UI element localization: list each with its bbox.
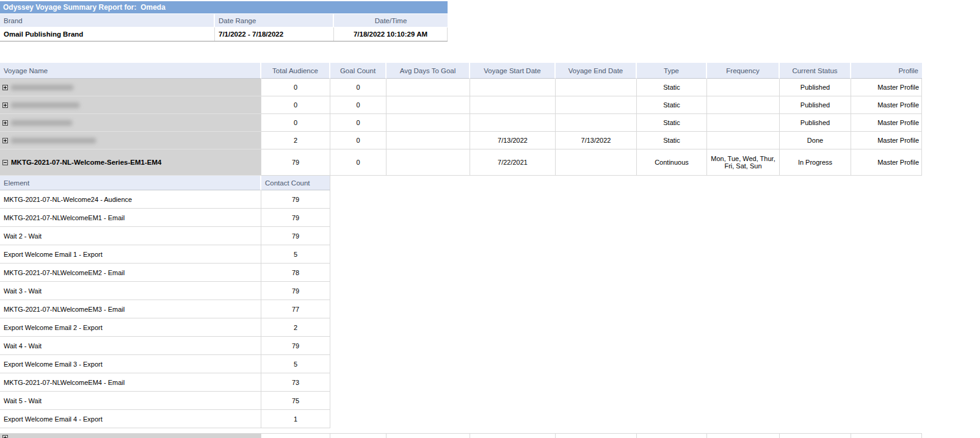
voyage-cell-frequency — [707, 114, 780, 132]
voyage-cell-clipped — [330, 433, 387, 438]
voyage-cell-goal-count: 0 — [330, 114, 387, 132]
element-row: Export Welcome Email 4 - Export1 — [0, 410, 922, 428]
voyage-cell-current-status: Done — [780, 132, 851, 149]
collapse-icon[interactable] — [2, 160, 8, 165]
voyage-name-cell — [0, 79, 261, 96]
voyage-cell-avg-days-to-goal — [387, 96, 470, 114]
voyage-cell-type: Static — [637, 114, 707, 132]
voyage-cell-profile: Master Profile — [851, 96, 922, 114]
voyage-name-cell-clipped — [0, 433, 261, 438]
voyage-name-text: MKTG-2021-07-NL-Welcome-Series-EM1-EM4 — [11, 159, 161, 166]
voyage-row: 00StaticPublishedMaster Profile — [0, 79, 922, 96]
voyage-cell-total-audience: 0 — [261, 96, 330, 114]
voyage-cell-clipped — [470, 433, 556, 438]
voyage-header-total-audience: Total Audience — [261, 63, 330, 79]
voyage-row: 00StaticPublishedMaster Profile — [0, 96, 922, 114]
voyage-cell-current-status: Published — [780, 114, 851, 132]
voyage-cell-goal-count: 0 — [330, 149, 387, 176]
element-name-cell: Wait 4 - Wait — [0, 337, 261, 355]
voyage-header-frequency: Frequency — [707, 63, 780, 79]
voyage-cell-total-audience: 79 — [261, 149, 330, 176]
voyage-cell-voyage-end-date — [556, 114, 637, 132]
date-range-value: 7/1/2022 - 7/18/2022 — [215, 27, 334, 41]
contact-count-cell: 5 — [261, 245, 330, 264]
voyage-cell-avg-days-to-goal — [387, 132, 470, 149]
element-name-cell: Wait 2 - Wait — [0, 227, 261, 245]
voyage-table-body: 00StaticPublishedMaster Profile00StaticP… — [0, 79, 922, 176]
voyage-cell-profile: Master Profile — [851, 132, 922, 149]
info-header-date-time: Date/Time — [334, 14, 448, 27]
expand-icon[interactable] — [2, 435, 8, 438]
report-title: Odyssey Voyage Summary Report for: Omeda — [3, 3, 165, 12]
contact-count-cell: 78 — [261, 264, 330, 282]
element-name-cell: Export Welcome Email 3 - Export — [0, 355, 261, 373]
info-table-row: Omail Publishing Brand 7/1/2022 - 7/18/2… — [0, 27, 448, 41]
voyage-cell-profile: Master Profile — [851, 114, 922, 132]
voyage-cell-voyage-start-date — [470, 114, 556, 132]
next-voyage-row-clipped — [0, 433, 922, 438]
voyage-cell-goal-count: 0 — [330, 79, 387, 96]
voyage-cell-frequency: Mon, Tue, Wed, Thur, Fri, Sat, Sun — [707, 149, 780, 176]
voyage-cell-clipped — [387, 433, 470, 438]
redacted-voyage-name — [11, 102, 79, 108]
voyage-cell-type: Static — [637, 79, 707, 96]
element-row: Export Welcome Email 1 - Export5 — [0, 245, 922, 264]
contact-count-cell: 5 — [261, 355, 330, 373]
voyage-cell-frequency — [707, 96, 780, 114]
voyage-header-voyage-end-date: Voyage End Date — [556, 63, 637, 79]
element-table-body: MKTG-2021-07-NL-Welcome24 - Audience79MK… — [0, 190, 922, 428]
voyage-cell-total-audience: 0 — [261, 114, 330, 132]
voyage-cell-type: Static — [637, 96, 707, 114]
element-row: MKTG-2021-07-NLWelcomeEM1 - Email79 — [0, 209, 922, 227]
voyage-cell-total-audience: 2 — [261, 132, 330, 149]
voyage-cell-frequency — [707, 79, 780, 96]
voyage-name-cell — [0, 132, 261, 149]
voyage-header-goal-count: Goal Count — [330, 63, 387, 79]
voyage-cell-voyage-end-date — [556, 79, 637, 96]
voyage-cell-goal-count: 0 — [330, 96, 387, 114]
expand-icon[interactable] — [2, 102, 8, 108]
voyage-cell-type: Static — [637, 132, 707, 149]
voyage-table-header-row: Voyage NameTotal AudienceGoal CountAvg D… — [0, 63, 922, 79]
voyage-cell-current-status: Published — [780, 96, 851, 114]
voyage-cell-goal-count: 0 — [330, 132, 387, 149]
report-title-bar: Odyssey Voyage Summary Report for: Omeda — [0, 1, 448, 13]
voyage-row: MKTG-2021-07-NL-Welcome-Series-EM1-EM479… — [0, 149, 922, 176]
element-name-cell: MKTG-2021-07-NLWelcomeEM3 - Email — [0, 300, 261, 318]
contact-count-cell: 79 — [261, 282, 330, 300]
voyage-cell-voyage-start-date: 7/13/2022 — [470, 132, 556, 149]
voyage-cell-avg-days-to-goal — [387, 79, 470, 96]
contact-count-cell: 79 — [261, 337, 330, 355]
contact-count-cell: 77 — [261, 300, 330, 318]
redacted-voyage-name — [11, 138, 96, 143]
voyage-cell-voyage-end-date — [556, 96, 637, 114]
element-row: MKTG-2021-07-NLWelcomeEM4 - Email73 — [0, 373, 922, 392]
voyage-cell-avg-days-to-goal — [387, 149, 470, 176]
voyage-cell-voyage-start-date: 7/22/2021 — [470, 149, 556, 176]
element-row: MKTG-2021-07-NL-Welcome24 - Audience79 — [0, 190, 922, 209]
element-name-cell: Wait 5 - Wait — [0, 392, 261, 410]
voyage-cell-frequency — [707, 132, 780, 149]
element-row: MKTG-2021-07-NLWelcomeEM2 - Email78 — [0, 264, 922, 282]
voyage-name-cell — [0, 114, 261, 132]
expand-icon[interactable] — [2, 85, 8, 90]
element-name-cell: MKTG-2021-07-NLWelcomeEM1 - Email — [0, 209, 261, 227]
element-name-cell: MKTG-2021-07-NLWelcomeEM2 - Email — [0, 264, 261, 282]
voyage-cell-current-status: In Progress — [780, 149, 851, 176]
element-header-contact-count: Contact Count — [261, 176, 330, 190]
voyage-cell-clipped — [261, 433, 330, 438]
info-header-brand: Brand — [0, 14, 215, 27]
voyage-cell-clipped — [851, 433, 922, 438]
date-time-value: 7/18/2022 10:10:29 AM — [334, 27, 448, 41]
contact-count-cell: 2 — [261, 318, 330, 337]
voyage-header-profile: Profile — [851, 63, 922, 79]
voyage-header-avg-days-to-goal: Avg Days To Goal — [387, 63, 470, 79]
expand-icon[interactable] — [2, 138, 8, 143]
voyage-cell-profile: Master Profile — [851, 79, 922, 96]
info-header-date-range: Date Range — [215, 14, 334, 27]
voyage-header-voyage-start-date: Voyage Start Date — [470, 63, 556, 79]
element-row: Wait 5 - Wait75 — [0, 392, 922, 410]
expand-icon[interactable] — [2, 120, 8, 126]
element-row: MKTG-2021-07-NLWelcomeEM3 - Email77 — [0, 300, 922, 318]
element-name-cell: Export Welcome Email 2 - Export — [0, 318, 261, 337]
